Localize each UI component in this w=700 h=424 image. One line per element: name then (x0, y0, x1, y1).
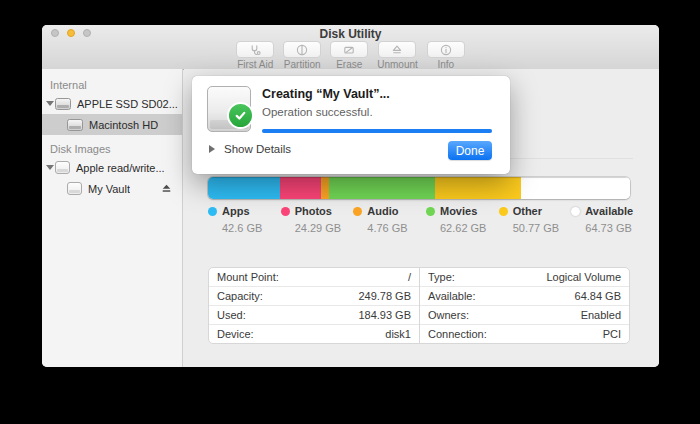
disclosure-right-icon (209, 145, 215, 153)
legend-dot-apps-icon (208, 207, 217, 216)
info-row-mount-point: Mount Point:/ (209, 268, 419, 286)
info-value: 64.84 GB (575, 290, 621, 302)
storage-legend: Apps42.6 GBPhotos24.29 GBAudio4.76 GBMov… (208, 205, 644, 234)
partition-button[interactable] (283, 41, 321, 58)
done-button[interactable]: Done (448, 141, 492, 160)
dialog-message: Operation successful. (262, 106, 373, 118)
window-title: Disk Utility (42, 27, 659, 41)
info-icon (440, 44, 452, 56)
erase-button[interactable] (330, 41, 368, 58)
legend-label: Photos (295, 205, 332, 217)
internal-drive-icon (67, 119, 83, 131)
info-row-owners: Owners:Enabled (420, 305, 629, 324)
toolbar: First AidPartitionEraseUnmountInfo (42, 41, 659, 70)
info-row-capacity: Capacity:249.78 GB (209, 286, 419, 305)
disk-image-icon (67, 182, 82, 195)
info-label: Type: (428, 271, 455, 283)
window-chrome: Disk Utility First AidPartitionEraseUnmo… (42, 25, 659, 70)
legend-item-top: Photos (281, 205, 354, 217)
progress-dialog: Creating “My Vault”... Operation success… (192, 76, 510, 174)
info-table-column-right: Type:Logical VolumeAvailable:64.84 GBOwn… (419, 268, 629, 343)
info-row-device: Device:disk1 (209, 324, 419, 343)
sidebar-item-label: Macintosh HD (89, 119, 158, 131)
legend-label: Apps (222, 205, 250, 217)
info-value: Logical Volume (546, 271, 621, 283)
legend-value: 50.77 GB (513, 222, 572, 234)
sidebar-item-macintosh-hd[interactable]: Macintosh HD (42, 114, 182, 135)
eject-button[interactable] (162, 184, 171, 193)
toolbar-item-first-aid: First Aid (236, 41, 274, 70)
legend-value: 42.6 GB (222, 222, 281, 234)
info-label: Device: (217, 328, 254, 340)
chevron-down-icon (46, 165, 54, 170)
show-details-label: Show Details (224, 143, 291, 155)
sidebar-item-label: APPLE SSD SD02... (77, 98, 178, 110)
info-label: Mount Point: (217, 271, 279, 283)
legend-label: Audio (367, 205, 398, 217)
legend-item-other: Other50.77 GB (499, 205, 572, 234)
legend-item-photos: Photos24.29 GB (281, 205, 354, 234)
sidebar-item-apple-ssd-sd02[interactable]: APPLE SSD SD02... (42, 93, 182, 114)
storage-usage-bar (208, 177, 630, 199)
sidebar: InternalAPPLE SSD SD02...Macintosh HDDis… (42, 69, 183, 367)
legend-value: 24.29 GB (295, 222, 354, 234)
disk-utility-window: Disk Utility First AidPartitionEraseUnmo… (42, 25, 659, 367)
sidebar-item-apple-read-write[interactable]: Apple read/write... (42, 157, 182, 178)
info-value: disk1 (385, 328, 411, 340)
info-label: Capacity: (217, 290, 263, 302)
show-details-toggle[interactable]: Show Details (209, 143, 291, 155)
disclosure-triangle[interactable] (44, 101, 55, 106)
sidebar-section-internal: InternalAPPLE SSD SD02...Macintosh HD (42, 77, 182, 135)
sidebar-section-header: Disk Images (42, 141, 182, 157)
dialog-title: Creating “My Vault”... (262, 87, 390, 101)
erase-icon (343, 44, 355, 56)
legend-dot-photos-icon (281, 207, 290, 216)
info-label: Used: (217, 309, 246, 321)
unmount-icon (391, 44, 403, 56)
storage-segment-movies (329, 177, 435, 199)
legend-dot-available-icon (571, 207, 580, 216)
first-aid-button[interactable] (236, 41, 274, 58)
legend-value: 64.73 GB (585, 222, 644, 234)
partition-icon (296, 44, 308, 56)
legend-value: 4.76 GB (367, 222, 426, 234)
chevron-down-icon (46, 101, 54, 106)
legend-item-movies: Movies62.62 GB (426, 205, 499, 234)
info-label: Owners: (428, 309, 469, 321)
success-check-icon (227, 102, 254, 129)
legend-item-top: Apps (208, 205, 281, 217)
info-value: 184.93 GB (358, 309, 411, 321)
legend-item-audio: Audio4.76 GB (353, 205, 426, 234)
legend-dot-audio-icon (353, 207, 362, 216)
info-value: Enabled (581, 309, 621, 321)
sidebar-section-header: Internal (42, 77, 182, 93)
storage-segment-audio (321, 177, 329, 199)
info-row-connection: Connection:PCI (420, 324, 629, 343)
disk-image-icon (55, 161, 70, 174)
legend-label: Other (513, 205, 542, 217)
info-label: Available: (428, 290, 476, 302)
legend-item-top: Movies (426, 205, 499, 217)
info-value: / (408, 271, 411, 283)
unmount-button[interactable] (378, 41, 416, 58)
info-value: 249.78 GB (358, 290, 411, 302)
toolbar-item-info: Info (427, 41, 465, 70)
toolbar-item-partition: Partition (283, 41, 321, 70)
legend-dot-movies-icon (426, 207, 435, 216)
progress-bar-fill (262, 129, 492, 133)
storage-segment-apps (208, 177, 280, 199)
sidebar-item-label: My Vault (88, 183, 130, 195)
legend-item-top: Audio (353, 205, 426, 217)
legend-dot-other-icon (499, 207, 508, 216)
storage-segment-available (521, 177, 630, 199)
internal-drive-icon (55, 98, 71, 110)
disclosure-triangle[interactable] (44, 165, 55, 170)
storage-segment-other (435, 177, 521, 199)
info-button[interactable] (427, 41, 465, 58)
legend-item-top: Other (499, 205, 572, 217)
sidebar-item-my-vault[interactable]: My Vault (42, 178, 182, 199)
legend-item-apps: Apps42.6 GB (208, 205, 281, 234)
toolbar-item-unmount: Unmount (377, 41, 418, 70)
volume-info-table: Mount Point:/Capacity:249.78 GBUsed:184.… (208, 267, 630, 344)
info-row-used: Used:184.93 GB (209, 305, 419, 324)
